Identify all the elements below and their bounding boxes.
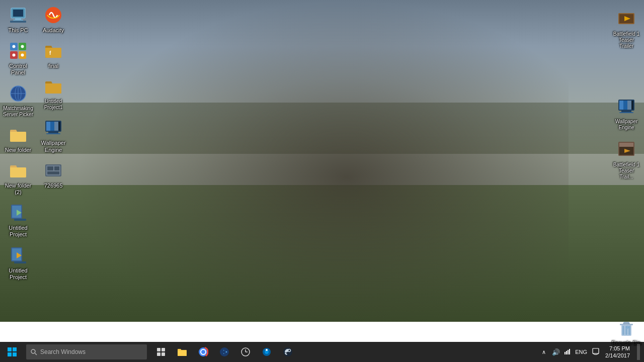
desktop-icon-final[interactable]: f final xyxy=(35,38,71,72)
svg-rect-87 xyxy=(568,350,569,354)
audacity-label: Audacity xyxy=(43,27,64,34)
matchmaking-label: Matchmaking Server Picker xyxy=(2,106,34,118)
final-icon: f xyxy=(43,41,63,61)
svg-rect-36 xyxy=(47,166,53,170)
desktop-icon-untitled-project-2[interactable]: Untitled Project xyxy=(0,242,36,284)
clock-button[interactable] xyxy=(235,342,256,362)
svg-rect-30 xyxy=(50,122,54,131)
desktop-column-1: This PC Control Panel xyxy=(0,0,36,285)
desktop-icon-this-pc[interactable]: This PC xyxy=(0,2,36,37)
svg-rect-61 xyxy=(13,347,17,351)
svg-rect-63 xyxy=(13,352,17,356)
svg-rect-44 xyxy=(619,101,623,110)
unknown-app-button[interactable] xyxy=(257,342,277,362)
svg-rect-88 xyxy=(569,349,570,354)
svg-rect-51 xyxy=(619,143,633,147)
task-view-button[interactable] xyxy=(151,342,171,362)
control-panel-icon xyxy=(8,41,28,61)
desktop-icon-wallpaper-engine-right[interactable]: Wallpaper Engine xyxy=(609,94,643,134)
svg-line-65 xyxy=(35,353,37,355)
steam-button[interactable] xyxy=(278,342,298,362)
svg-rect-1 xyxy=(13,10,23,17)
svg-rect-67 xyxy=(162,348,165,351)
desktop-icon-bf1-teaser2[interactable]: Battlefield 1 Teaser Trail... xyxy=(609,137,643,183)
726965-label: 726965 xyxy=(44,183,63,189)
desktop-icon-wallpaper-engine[interactable]: Wallpaper Engine xyxy=(35,115,71,156)
chrome-button[interactable] xyxy=(193,342,213,362)
this-pc-icon xyxy=(8,5,28,25)
desktop-icon-726965[interactable]: 726965 xyxy=(35,157,71,192)
svg-rect-58 xyxy=(620,324,633,325)
volume-icon[interactable]: 🔊 xyxy=(551,347,561,357)
desktop-right-column: Battlefield 1 Teaser Trailer Wallpaper E… xyxy=(609,0,644,354)
desktop-icon-new-folder[interactable]: New folder xyxy=(0,122,36,156)
search-input[interactable] xyxy=(40,348,143,355)
svg-point-12 xyxy=(21,54,24,57)
new-folder-label: New folder xyxy=(5,147,32,153)
action-center-icon[interactable] xyxy=(591,347,600,357)
desktop-icon-control-panel[interactable]: Control Panel xyxy=(0,38,36,79)
background-ground xyxy=(0,185,644,322)
svg-rect-68 xyxy=(157,352,160,356)
start-button[interactable] xyxy=(0,342,24,362)
desktop-icon-audacity[interactable]: Audacity xyxy=(35,2,71,37)
svg-point-10 xyxy=(21,45,24,48)
svg-rect-48 xyxy=(619,112,633,113)
show-desktop-button[interactable] xyxy=(637,344,640,360)
desktop-icon-untitled-project1[interactable]: Untitled Project1 xyxy=(35,73,71,114)
wallpaper-engine-right-label: Wallpaper Engine xyxy=(611,119,641,131)
svg-rect-24 xyxy=(14,261,26,263)
bf1-teaser-label: Battlefield 1 Teaser Trailer xyxy=(611,31,641,49)
svg-point-82 xyxy=(266,349,268,351)
svg-rect-60 xyxy=(8,347,12,351)
svg-rect-31 xyxy=(54,122,58,131)
taskbar-pinned-apps xyxy=(151,342,298,362)
tray-icons: 🔊 ENG xyxy=(551,347,588,357)
bf1-teaser2-label: Battlefield 1 Teaser Trail... xyxy=(611,162,641,180)
desktop-icon-untitled-project-1[interactable]: Untitled Project xyxy=(0,200,36,241)
svg-rect-2 xyxy=(15,18,21,20)
final-label: final xyxy=(48,63,58,69)
taskbar: ∧ 🔊 ENG xyxy=(0,342,644,362)
726965-icon xyxy=(43,160,63,180)
recycle-bin-icon xyxy=(616,318,636,338)
network-icon[interactable] xyxy=(563,347,572,357)
svg-rect-89 xyxy=(593,348,599,353)
svg-rect-69 xyxy=(162,352,165,356)
bf1-teaser2-icon xyxy=(616,140,636,160)
file-explorer-button[interactable] xyxy=(172,342,192,362)
untitled-project-1-icon xyxy=(8,203,28,223)
desktop-icon-matchmaking[interactable]: Matchmaking Server Picker xyxy=(0,80,36,121)
svg-point-73 xyxy=(201,350,205,354)
desktop-icon-bf1-teaser[interactable]: Battlefield 1 Teaser Trailer xyxy=(609,6,643,52)
clock-date: 2/14/2017 xyxy=(605,352,630,359)
system-tray: ∧ 🔊 ENG xyxy=(540,344,644,360)
language-icon[interactable]: ENG xyxy=(574,348,588,356)
untitled-project1-icon xyxy=(43,76,63,97)
search-bar[interactable] xyxy=(26,344,147,359)
bf1-teaser-icon xyxy=(616,9,636,29)
svg-rect-29 xyxy=(46,122,50,131)
control-panel-label: Control Panel xyxy=(2,63,34,76)
media-player-button[interactable] xyxy=(214,342,234,362)
wallpaper-engine-label: Wallpaper Engine xyxy=(37,140,69,153)
matchmaking-icon xyxy=(8,83,28,104)
svg-rect-37 xyxy=(54,166,59,170)
svg-rect-86 xyxy=(566,351,567,354)
desktop-icon-new-folder-2[interactable]: New folder (2) xyxy=(0,157,36,199)
svg-rect-3 xyxy=(13,20,23,21)
show-hidden-tray-button[interactable]: ∧ xyxy=(540,348,548,356)
svg-rect-32 xyxy=(48,132,58,133)
this-pc-label: This PC xyxy=(8,27,28,34)
svg-rect-45 xyxy=(623,101,627,110)
system-clock[interactable]: 7:05 PM 2/14/2017 xyxy=(603,344,632,360)
desktop-column-2: Audacity f final Untitled Project1 xyxy=(35,0,71,193)
svg-rect-38 xyxy=(47,171,59,174)
new-folder-icon xyxy=(8,125,28,145)
untitled-project-2-label: Untitled Project xyxy=(2,267,34,281)
wallpaper-engine-right-icon xyxy=(616,97,636,117)
new-folder-2-label: New folder (2) xyxy=(2,183,34,196)
svg-rect-33 xyxy=(46,133,60,134)
svg-rect-47 xyxy=(621,111,631,112)
svg-point-9 xyxy=(13,45,16,48)
